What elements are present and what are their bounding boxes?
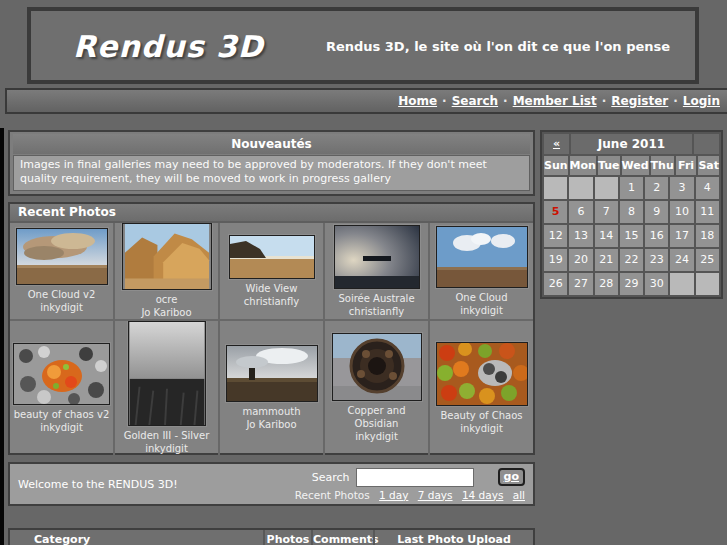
screenshot-edge: [0, 128, 4, 545]
photo-title[interactable]: ocre: [156, 293, 178, 306]
photo-item[interactable]: Wide View christianfly: [220, 223, 325, 321]
nav-home-link[interactable]: Home: [398, 94, 437, 108]
calendar-day-today: 5: [544, 201, 567, 223]
photo-item[interactable]: ocre Jo Kariboo: [115, 223, 220, 321]
page: Rendus 3D Rendus 3D, le site où l'on dit…: [0, 0, 727, 545]
photo-thumbnail-beauty-of-chaos[interactable]: [436, 342, 528, 406]
photo-title[interactable]: beauty of chaos v2: [14, 408, 110, 421]
photo-row: One Cloud v2 inkydigit ocre Jo Kariboo: [10, 223, 533, 321]
calendar-day: 16: [645, 225, 668, 247]
calendar-day: 11: [696, 201, 719, 223]
news-panel: Nouveautés Images in final galleries may…: [8, 130, 535, 196]
column-header-category: Category: [10, 530, 263, 545]
calendar-day: 15: [620, 225, 643, 247]
nav-login-link[interactable]: Login: [683, 94, 720, 108]
calendar-dayname: Tue: [598, 156, 620, 175]
photo-title[interactable]: One Cloud v2: [28, 288, 96, 301]
calendar-day: 22: [620, 249, 643, 271]
nav-separator: ·: [442, 94, 447, 108]
photo-title[interactable]: Copper and Obsidian: [325, 404, 428, 430]
photo-title[interactable]: Beauty of Chaos: [440, 409, 522, 422]
calendar-dayname: Mon: [570, 156, 596, 175]
photo-title[interactable]: mammouth: [242, 405, 300, 418]
photo-author[interactable]: Jo Kariboo: [246, 418, 296, 431]
photo-title[interactable]: Soirée Australe: [338, 292, 414, 305]
site-logo[interactable]: Rendus 3D: [73, 28, 264, 63]
site-header: Rendus 3D Rendus 3D, le site où l'on dit…: [27, 7, 699, 84]
recent-7days-link[interactable]: 7 days: [418, 489, 453, 501]
recent-all-link[interactable]: all: [513, 489, 525, 501]
photo-thumbnail-mammouth[interactable]: [226, 345, 318, 402]
calendar-day: 9: [645, 201, 668, 223]
calendar-day: 17: [670, 225, 693, 247]
calendar-day: 30: [645, 273, 668, 295]
photo-author[interactable]: inkydigit: [460, 422, 503, 435]
photo-item[interactable]: One Cloud v2 inkydigit: [10, 223, 115, 321]
site-tagline: Rendus 3D, le site où l'on dit ce que l'…: [323, 38, 673, 53]
photo-item[interactable]: Soirée Australe christianfly: [325, 223, 430, 321]
photo-author[interactable]: inkydigit: [460, 304, 503, 317]
photo-thumbnail-one-cloud-v2[interactable]: [16, 228, 108, 285]
column-header-last-photo-upload: Last Photo Upload: [373, 530, 533, 545]
calendar-day: 24: [670, 249, 693, 271]
search-label: Search: [312, 471, 350, 484]
photo-author[interactable]: inkydigit: [40, 301, 83, 314]
recent-14days-link[interactable]: 14 days: [462, 489, 503, 501]
photo-author[interactable]: inkydigit: [355, 430, 398, 443]
category-table-header: Category Photos Comments Last Photo Uplo…: [10, 530, 533, 545]
photo-thumbnail-one-cloud[interactable]: [436, 226, 528, 288]
photo-thumbnail-wide-view[interactable]: [229, 235, 315, 279]
recent-1day-link[interactable]: 1 day: [379, 489, 408, 501]
calendar-dayname: Wed: [622, 156, 649, 175]
recent-photos-panel: Recent Photos One Cloud v2 inkydigit: [8, 202, 535, 455]
calendar-day: 14: [595, 225, 618, 247]
calendar-spacer-cell: [694, 134, 719, 154]
photo-title[interactable]: One Cloud: [455, 291, 507, 304]
calendar-day: 10: [670, 201, 693, 223]
calendar-day: 18: [696, 225, 719, 247]
photo-thumbnail-golden-iii-silver[interactable]: [128, 321, 206, 426]
nav-register-link[interactable]: Register: [611, 94, 668, 108]
calendar-day: 21: [595, 249, 618, 271]
calendar-prev-link[interactable]: «: [544, 134, 569, 154]
photo-item[interactable]: Golden III - Silver inkydigit: [115, 321, 220, 455]
go-button[interactable]: go: [498, 468, 525, 486]
photo-thumbnail-copper-and-obsidian[interactable]: [332, 333, 422, 401]
calendar-dayname: Sun: [544, 156, 568, 175]
photo-thumbnail-beauty-of-chaos-v2[interactable]: [13, 343, 110, 405]
photo-author[interactable]: inkydigit: [40, 421, 83, 434]
calendar-month-title: June 2011: [571, 134, 692, 154]
column-header-comments: Comments: [311, 530, 373, 545]
photo-thumbnail-soiree-australe[interactable]: [334, 225, 420, 289]
welcome-message: Welcome to the RENDUS 3D!: [18, 478, 178, 491]
photo-author[interactable]: inkydigit: [145, 442, 188, 455]
calendar-day: 19: [544, 249, 567, 271]
photo-author[interactable]: christianfly: [244, 295, 299, 308]
calendar-empty-cell: [544, 177, 567, 199]
calendar-empty-cell: [696, 273, 719, 295]
calendar-day: 2: [645, 177, 668, 199]
calendar-day: 4: [696, 177, 719, 199]
photo-item[interactable]: mammouth Jo Kariboo: [220, 321, 325, 455]
search-input[interactable]: [356, 468, 474, 487]
recent-photos-title: Recent Photos: [10, 204, 533, 223]
recent-photos-links: Recent Photos 1 day 7 days 14 days all: [295, 489, 525, 501]
photo-row: beauty of chaos v2 inkydigit Golden III …: [10, 321, 533, 455]
photo-thumbnail-ocre[interactable]: [122, 223, 212, 290]
photo-author[interactable]: christianfly: [349, 305, 404, 318]
photo-item[interactable]: One Cloud inkydigit: [430, 223, 533, 321]
photo-item[interactable]: Copper and Obsidian inkydigit: [325, 321, 430, 455]
photo-item[interactable]: Beauty of Chaos inkydigit: [430, 321, 533, 455]
photo-author[interactable]: Jo Kariboo: [141, 306, 191, 319]
navbar: Home · Search · Member List · Register ·…: [5, 88, 727, 114]
nav-search-link[interactable]: Search: [452, 94, 498, 108]
category-table: Category Photos Comments Last Photo Uplo…: [8, 528, 535, 545]
calendar-dayname: Sat: [698, 156, 719, 175]
calendar-day: 26: [544, 273, 567, 295]
welcome-panel: Welcome to the RENDUS 3D! Search go Rece…: [8, 462, 535, 506]
photo-title[interactable]: Golden III - Silver: [124, 429, 210, 442]
photo-item[interactable]: beauty of chaos v2 inkydigit: [10, 321, 115, 455]
nav-memberlist-link[interactable]: Member List: [513, 94, 597, 108]
calendar-empty-cell: [569, 177, 592, 199]
photo-title[interactable]: Wide View: [246, 282, 298, 295]
